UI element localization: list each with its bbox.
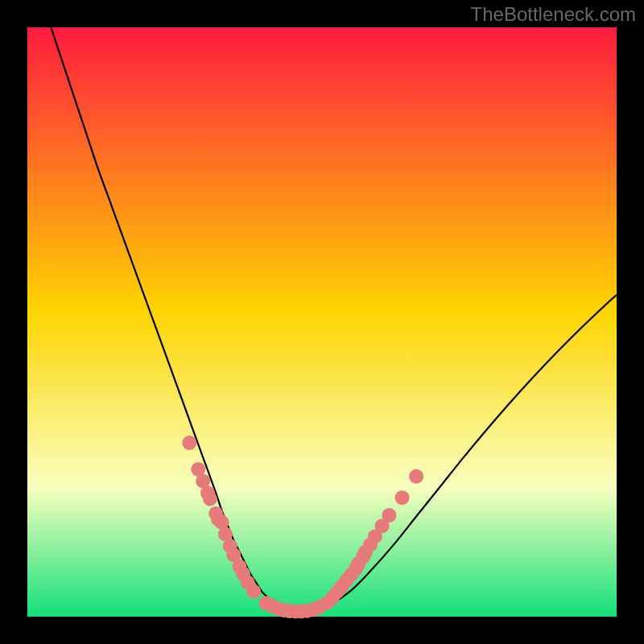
bottleneck-chart [0,0,644,644]
watermark-text: TheBottleneck.com [471,3,636,26]
data-dot [246,584,261,599]
data-dot [409,469,423,484]
plot-area [27,27,617,617]
chart-stage: TheBottleneck.com [0,0,644,644]
data-dot [182,436,196,450]
data-dot [203,492,217,506]
data-dot [395,490,410,505]
data-dot [382,508,396,522]
